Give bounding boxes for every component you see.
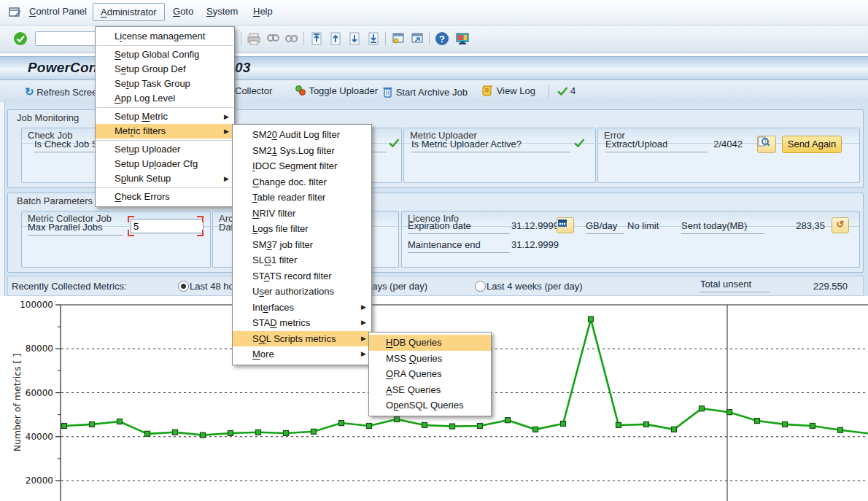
menu-separator (96, 45, 233, 46)
menu-item-sm20-audit-log-filter[interactable]: SM20 Audit Log filter (233, 127, 371, 143)
menu-item-splunk-setup[interactable]: Splunk Setup▶ (96, 171, 234, 186)
menu-item-nriv-filter[interactable]: NRIV filter (233, 206, 371, 222)
menu-item-stats-record-filter[interactable]: STATS record filter (233, 268, 371, 284)
menubar-item-administrator[interactable]: Administrator (93, 3, 165, 21)
expiration-date-value: 31.12.9999 (511, 220, 559, 231)
submenu-arrow-icon: ▶ (224, 109, 229, 124)
toggle-uploader-button[interactable]: Toggle Uploader (295, 85, 378, 96)
menu-item-setup-uploader[interactable]: Setup Uploader (96, 142, 234, 157)
maintenance-end-value: 31.12.9999 (511, 239, 559, 250)
menu-item-stad-metrics[interactable]: STAD metrics▶ (233, 315, 371, 331)
toolbar-separator (429, 32, 430, 45)
menu-item-app-log-level[interactable]: App Log Level (96, 91, 234, 106)
sql-scripts-metrics-menu: HDB Queries MSS Queries ORA Queries ASE … (368, 332, 492, 416)
maintenance-end-label: Maintenance end (408, 239, 510, 253)
menu-item-more[interactable]: More▶ (233, 346, 371, 362)
menu-item-setup-task-group[interactable]: Setup Task Group (96, 77, 234, 91)
first-page-icon[interactable] (309, 31, 324, 46)
menu-item-ora-queries[interactable]: ORA Queries (369, 366, 491, 382)
enter-button[interactable] (13, 31, 28, 46)
recently-collected-metrics-bar: Recently Collected Metrics: Last 48 ho d… (7, 276, 864, 296)
menubar-item-help[interactable]: Help (253, 6, 273, 17)
create-shortcut-icon[interactable] (410, 31, 425, 46)
focus-corner (197, 216, 204, 222)
previous-page-icon[interactable] (328, 31, 343, 46)
menu-item-setup-uploader-cfg[interactable]: Setup Uploader Cfg (96, 157, 234, 171)
batch-parameters-title: Batch Parameters (17, 195, 93, 206)
menu-item-ase-queries[interactable]: ASE Queries (369, 382, 491, 398)
menu-item-mss-queries[interactable]: MSS Queries (369, 351, 491, 367)
ok-status (557, 87, 568, 96)
refresh-icon: ↻ (25, 85, 34, 98)
history-icon-button[interactable]: ↺ (832, 217, 849, 233)
start-archive-job-button[interactable]: Start Archive Job (382, 85, 468, 98)
svg-text:80000: 80000 (26, 343, 53, 354)
svg-text:Number of metrics [ ]: Number of metrics [ ] (12, 354, 23, 452)
new-session-icon[interactable] (391, 31, 406, 46)
last-page-icon[interactable] (366, 31, 381, 46)
menu-item-opensql-queries[interactable]: OpenSQL Queries (369, 397, 491, 413)
menu-item-setup-group-def[interactable]: Setup Group Def (96, 62, 234, 77)
administrator-menu: License management Setup Global Config S… (95, 26, 235, 207)
toggle-uploader-icon (295, 85, 306, 96)
send-again-button[interactable]: Send Again (782, 136, 842, 153)
help-icon[interactable]: ? (435, 31, 449, 46)
menubar-item-goto[interactable]: Goto (173, 6, 193, 17)
start-archive-job-label: Start Archive Job (396, 87, 468, 98)
menu-item-interfaces[interactable]: Interfaces▶ (233, 300, 371, 316)
menu-item-sm21-syslog-filter[interactable]: SM21 Sys.Log filter (233, 143, 371, 159)
customize-layout-icon[interactable] (455, 31, 470, 46)
metric-uploader-box: Metric Uploader Is Metric Uploader Activ… (403, 128, 596, 183)
expiration-date-label: Expiration date (408, 220, 510, 234)
svg-text:20000: 20000 (26, 475, 53, 486)
menu-separator (96, 187, 233, 188)
submenu-arrow-icon: ▶ (224, 124, 229, 139)
apptoolbar-separator (549, 85, 549, 98)
next-page-icon[interactable] (347, 31, 362, 46)
menu-item-sm37-job-filter[interactable]: SM37 job filter (233, 237, 371, 253)
menu-item-hdb-queries[interactable]: HDB Queries (369, 335, 491, 351)
menu-item-metric-filters[interactable]: Metric filters▶ (96, 124, 234, 139)
error-details-button[interactable] (757, 136, 776, 153)
view-log-label: View Log (497, 85, 535, 96)
max-parallel-jobs-input[interactable] (131, 219, 204, 233)
calendar-icon-button[interactable] (557, 217, 574, 233)
menu-item-user-authorizations[interactable]: User authorizations (233, 284, 371, 300)
refresh-screen-button[interactable]: ↻ Refresh Screen (25, 85, 103, 98)
menu-item-slg1-filter[interactable]: SLG1 filter (233, 252, 371, 268)
toolbar-separator (303, 32, 304, 45)
menu-item-check-errors[interactable]: Check Errors (96, 190, 234, 204)
radio-last-4-weeks[interactable] (475, 281, 486, 292)
menu-separator (96, 140, 233, 141)
submenu-arrow-icon: ▶ (361, 331, 366, 347)
menubar-item-control-panel[interactable]: Control Panel (29, 6, 87, 17)
radio-last-4-weeks-label: Last 4 weeks (per day) (487, 281, 583, 292)
find-icon[interactable] (266, 31, 280, 46)
max-parallel-jobs-field-focus (129, 217, 202, 235)
menu-separator (96, 107, 233, 108)
green-check-icon (389, 139, 400, 147)
menu-item-setup-global-config[interactable]: Setup Global Config (96, 47, 234, 62)
focus-corner (128, 230, 134, 236)
menu-item-sql-scripts-metrics[interactable]: SQL Scripts metrics▶ (233, 331, 371, 347)
print-icon[interactable] (247, 31, 261, 46)
menu-item-setup-metric[interactable]: Setup Metric▶ (96, 109, 234, 124)
focus-corner (128, 216, 134, 222)
sap-session-icon[interactable] (9, 7, 21, 18)
menu-item-license-management[interactable]: License management (96, 29, 234, 44)
ok-count: 4 (570, 85, 576, 96)
toggle-collector-button-fragment[interactable]: Collector (235, 85, 272, 96)
menu-item-change-doc-filter[interactable]: Change doc. filter (233, 174, 371, 190)
toolbar-separator (241, 32, 241, 45)
radio-last-48-hours[interactable] (178, 281, 189, 292)
extract-upload-label: Extract/Upload (605, 139, 708, 152)
menu-item-logs-file-filter[interactable]: Logs file filter (233, 221, 371, 237)
submenu-arrow-icon: ▶ (361, 300, 366, 316)
view-log-button[interactable]: View Log (481, 85, 535, 96)
menu-item-table-reader-filter[interactable]: Table reader filter (233, 190, 371, 206)
gb-per-day-label: GB/day (586, 220, 624, 234)
metric-filters-menu: SM20 Audit Log filter SM21 Sys.Log filte… (232, 124, 372, 365)
find-next-icon[interactable] (284, 31, 299, 46)
menu-item-idoc-segment-filter[interactable]: IDOC Segment filter (233, 158, 371, 174)
menubar-item-system[interactable]: System (206, 6, 238, 17)
